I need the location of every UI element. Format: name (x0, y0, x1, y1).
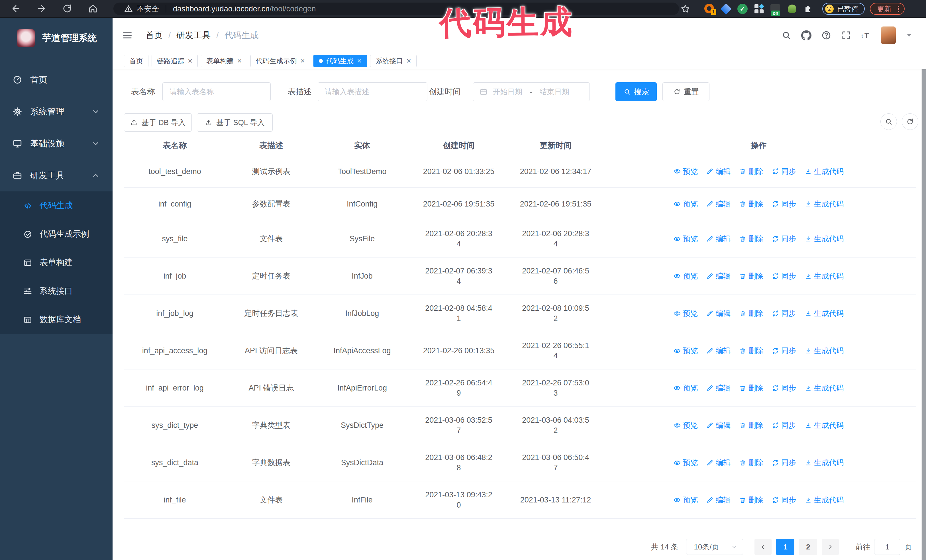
generate-code-link[interactable]: 生成代码 (805, 457, 844, 468)
tab-codegen[interactable]: 代码生成 × (313, 55, 367, 67)
delete-link[interactable]: 删除 (739, 346, 763, 356)
extension-gem-icon[interactable] (721, 4, 731, 14)
edit-link[interactable]: 编辑 (706, 308, 731, 318)
sync-link[interactable]: 同步 (772, 383, 796, 393)
profile-paused-chip[interactable]: 已暂停 (822, 3, 865, 15)
preview-link[interactable]: 预览 (673, 308, 698, 318)
breadcrumb-home[interactable]: 首页 (145, 30, 163, 41)
delete-link[interactable]: 删除 (739, 495, 763, 505)
extension-orange-icon[interactable]: 1 (704, 4, 714, 14)
create-time-range-picker[interactable]: 开始日期 - 结束日期 (473, 82, 590, 101)
sync-link[interactable]: 同步 (772, 166, 796, 177)
edit-link[interactable]: 编辑 (706, 383, 731, 393)
sidebar-item-form-builder[interactable]: 表单构建 (0, 248, 112, 277)
sidebar-item-codegen-demo[interactable]: 代码生成示例 (0, 220, 112, 248)
address-bar[interactable]: 不安全 dashboard.yudao.iocoder.cn/tool/code… (113, 3, 679, 15)
generate-code-link[interactable]: 生成代码 (805, 383, 844, 393)
user-avatar[interactable] (881, 27, 896, 44)
page-size-select[interactable]: 10条/页 (686, 539, 743, 555)
extension-green-figure-icon[interactable] (787, 4, 797, 14)
import-sql-button[interactable]: 基于 SQL 导入 (197, 113, 273, 131)
prev-page-button[interactable] (755, 539, 772, 555)
fullscreen-icon[interactable] (841, 30, 851, 41)
preview-link[interactable]: 预览 (673, 234, 698, 244)
tab-system-api[interactable]: 系统接口 × (370, 55, 416, 67)
tab-home[interactable]: 首页 (124, 55, 148, 67)
sidebar-fold-icon[interactable] (121, 30, 134, 41)
edit-link[interactable]: 编辑 (706, 199, 731, 209)
reset-button[interactable]: 重置 (663, 82, 710, 101)
import-db-button[interactable]: 基于 DB 导入 (124, 113, 192, 131)
generate-code-link[interactable]: 生成代码 (805, 346, 844, 356)
edit-link[interactable]: 编辑 (706, 420, 731, 430)
extensions-puzzle-icon[interactable] (803, 4, 814, 14)
delete-link[interactable]: 删除 (739, 166, 763, 177)
font-size-icon[interactable] (861, 30, 871, 41)
sidebar-item-db-doc[interactable]: 数据库文档 (0, 305, 112, 334)
home-icon[interactable] (88, 3, 98, 14)
generate-code-link[interactable]: 生成代码 (805, 420, 844, 430)
tab-form-builder[interactable]: 表单构建 × (201, 55, 247, 67)
breadcrumb-devtools[interactable]: 研发工具 (176, 30, 210, 41)
sidebar-item-home[interactable]: 首页 (0, 64, 112, 96)
delete-link[interactable]: 删除 (739, 308, 763, 318)
edit-link[interactable]: 编辑 (706, 271, 731, 281)
generate-code-link[interactable]: 生成代码 (805, 495, 844, 505)
close-icon[interactable]: × (237, 57, 242, 65)
toggle-search-button[interactable] (881, 113, 897, 130)
table-name-input[interactable] (162, 82, 271, 101)
sync-link[interactable]: 同步 (772, 271, 796, 281)
close-icon[interactable]: × (357, 57, 362, 65)
github-icon[interactable] (801, 30, 811, 41)
sidebar-item-system-api[interactable]: 系统接口 (0, 277, 112, 305)
generate-code-link[interactable]: 生成代码 (805, 308, 844, 318)
preview-link[interactable]: 预览 (673, 346, 698, 356)
tab-tracing[interactable]: 链路追踪 × (151, 55, 198, 67)
sidebar-item-codegen[interactable]: 代码生成 (0, 192, 112, 220)
app-logo-row[interactable]: 芋道管理系统 (0, 18, 112, 53)
close-icon[interactable]: × (406, 57, 411, 65)
extension-grid-icon[interactable] (754, 4, 764, 14)
sidebar-item-infra[interactable]: 基础设施 (0, 128, 112, 160)
goto-page-input[interactable] (874, 539, 900, 555)
delete-link[interactable]: 删除 (739, 234, 763, 244)
delete-link[interactable]: 删除 (739, 420, 763, 430)
edit-link[interactable]: 编辑 (706, 166, 731, 177)
page-button-2[interactable]: 2 (799, 539, 817, 555)
preview-link[interactable]: 预览 (673, 199, 698, 209)
sync-link[interactable]: 同步 (772, 420, 796, 430)
sync-link[interactable]: 同步 (772, 199, 796, 209)
reload-icon[interactable] (62, 3, 73, 14)
edit-link[interactable]: 编辑 (706, 495, 731, 505)
generate-code-link[interactable]: 生成代码 (805, 234, 844, 244)
search-button[interactable]: 搜索 (616, 82, 657, 101)
bookmark-star-icon[interactable] (680, 4, 690, 14)
refresh-table-button[interactable] (902, 113, 918, 130)
close-icon[interactable]: × (188, 57, 192, 65)
extension-check-icon[interactable]: ✓ (737, 4, 747, 14)
scrollbar-thumb[interactable] (922, 51, 926, 560)
preview-link[interactable]: 预览 (673, 166, 698, 177)
next-page-button[interactable] (822, 539, 839, 555)
sync-link[interactable]: 同步 (772, 308, 796, 318)
sync-link[interactable]: 同步 (772, 495, 796, 505)
tab-codegen-demo[interactable]: 代码生成示例 × (250, 55, 310, 67)
sync-link[interactable]: 同步 (772, 457, 796, 468)
sync-link[interactable]: 同步 (772, 346, 796, 356)
preview-link[interactable]: 预览 (673, 271, 698, 281)
edit-link[interactable]: 编辑 (706, 457, 731, 468)
preview-link[interactable]: 预览 (673, 420, 698, 430)
delete-link[interactable]: 删除 (739, 457, 763, 468)
forward-icon[interactable] (36, 3, 47, 14)
user-caret-down-icon[interactable] (905, 32, 913, 39)
help-icon[interactable] (821, 30, 831, 41)
edit-link[interactable]: 编辑 (706, 234, 731, 244)
preview-link[interactable]: 预览 (673, 457, 698, 468)
generate-code-link[interactable]: 生成代码 (805, 166, 844, 177)
table-desc-input[interactable] (318, 82, 427, 101)
back-icon[interactable] (11, 3, 21, 14)
sidebar-item-devtools[interactable]: 研发工具 (0, 160, 112, 192)
browser-menu-icon[interactable] (898, 6, 899, 12)
sync-link[interactable]: 同步 (772, 234, 796, 244)
delete-link[interactable]: 删除 (739, 199, 763, 209)
